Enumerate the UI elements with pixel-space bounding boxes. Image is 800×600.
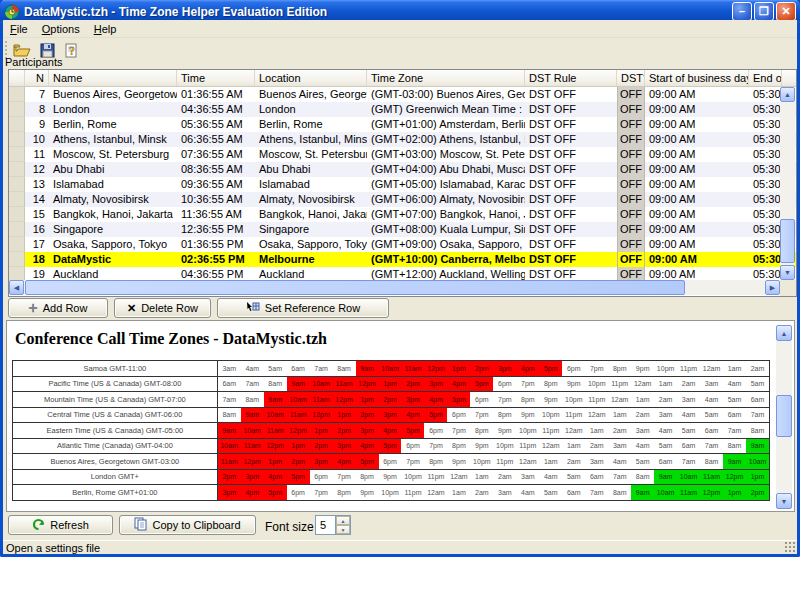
chart-hour-cell: 3am <box>516 470 539 485</box>
column-header-n[interactable]: N <box>25 70 49 86</box>
chart-hour-cell: 1am <box>562 439 585 454</box>
table-horizontal-scrollbar[interactable]: ◀ ▶ <box>9 280 780 296</box>
chart-hour-cell: 9am <box>356 361 379 376</box>
menu-item-options[interactable]: Options <box>35 21 87 37</box>
row-selector[interactable] <box>9 237 25 252</box>
column-header-start[interactable]: Start of business day <box>645 70 749 86</box>
table-row[interactable]: 16Singapore12:36:55 PMSingapore(GMT+08:0… <box>9 222 796 237</box>
x-icon: ✕ <box>127 302 136 315</box>
table-row[interactable]: 15Bangkok, Hanoi, Jakarta11:36:55 AMBang… <box>9 207 796 222</box>
cell-dst: OFF <box>617 237 645 252</box>
row-selector[interactable] <box>9 132 25 147</box>
column-header-dst[interactable]: DST? <box>617 70 645 86</box>
cell-location: Berlin, Rome <box>255 117 367 132</box>
resize-grip-icon[interactable] <box>784 541 796 553</box>
table-row[interactable]: 12Abu Dhabi08:36:55 AMAbu Dhabi(GMT+04:0… <box>9 162 796 177</box>
maximize-button[interactable]: ❐ <box>754 2 774 21</box>
chart-hour-cell: 6pm <box>424 423 447 438</box>
cell-time: 06:36:55 AM <box>177 132 255 147</box>
scroll-thumb[interactable] <box>25 280 685 295</box>
spin-up-icon[interactable]: ▲ <box>336 516 350 525</box>
row-selector[interactable] <box>9 177 25 192</box>
scroll-down-icon[interactable]: ▼ <box>776 493 792 509</box>
copy-to-clipboard-button[interactable]: Copy to Clipboard <box>119 515 256 535</box>
chart-hour-cell: 4am <box>241 361 264 376</box>
table-row[interactable]: 8London04:36:55 AMLondon(GMT) Greenwich … <box>9 102 796 117</box>
chart-hour-cell: 5am <box>677 423 700 438</box>
copy-to-clipboard-label: Copy to Clipboard <box>152 519 240 531</box>
chart-hour-cell: 1pm <box>723 485 746 500</box>
row-selector[interactable] <box>9 87 25 102</box>
menu-bar: FileOptionsHelp <box>3 20 797 38</box>
chart-hour-cell: 3pm <box>241 470 264 485</box>
cell-end: 05:30 <box>749 237 782 252</box>
chart-vertical-scrollbar[interactable]: ▲ ▼ <box>776 325 793 509</box>
chart-hour-cell: 4am <box>677 408 700 423</box>
cell-dst_rule: DST OFF <box>525 102 617 117</box>
chart-hour-cell: 7pm <box>470 408 493 423</box>
menu-item-file[interactable]: File <box>3 21 35 37</box>
chart-hour-cell: 1pm <box>746 470 769 485</box>
chart-hour-cell: 9pm <box>379 470 402 485</box>
font-size-value[interactable]: 5 <box>316 516 335 534</box>
scroll-up-icon[interactable]: ▲ <box>780 87 795 102</box>
column-header-name[interactable]: Name <box>49 70 177 86</box>
scroll-left-icon[interactable]: ◀ <box>9 280 24 295</box>
chart-hour-cell: 7pm <box>310 485 333 500</box>
row-selector[interactable] <box>9 102 25 117</box>
table-vertical-scrollbar[interactable]: ▲ ▼ <box>780 87 796 280</box>
menu-item-help[interactable]: Help <box>87 21 124 37</box>
cell-dst_rule: DST OFF <box>525 87 617 102</box>
refresh-button[interactable]: Refresh <box>8 515 113 535</box>
close-button[interactable]: ✕ <box>776 2 796 21</box>
scroll-down-icon[interactable]: ▼ <box>780 265 795 280</box>
chart-hour-cell: 9pm <box>447 454 470 469</box>
scroll-thumb[interactable] <box>780 219 795 263</box>
cell-n: 14 <box>25 192 49 207</box>
scroll-up-icon[interactable]: ▲ <box>776 325 792 341</box>
table-row[interactable]: 14Almaty, Novosibirsk10:36:55 AMAlmaty, … <box>9 192 796 207</box>
row-selector[interactable] <box>9 162 25 177</box>
chart-hour-cell: 6am <box>746 392 769 407</box>
row-selector[interactable] <box>9 207 25 222</box>
row-selector[interactable] <box>9 192 25 207</box>
font-size-stepper[interactable]: 5 ▲ ▼ <box>315 515 351 535</box>
cell-dst_rule: DST OFF <box>525 252 617 267</box>
scroll-thumb[interactable] <box>776 395 792 437</box>
chart-hour-cell: 1pm <box>310 423 333 438</box>
minimize-button[interactable]: – <box>732 2 752 21</box>
table-row[interactable]: 10Athens, Istanbul, Minsk06:36:55 AMAthe… <box>9 132 796 147</box>
table-row[interactable]: 7Buenos Aires, Georgetown01:36:55 AMBuen… <box>9 87 796 102</box>
chart-row-label: Berlin, Rome GMT+01:00 <box>13 485 218 500</box>
spin-down-icon[interactable]: ▼ <box>336 525 350 534</box>
column-header-end[interactable]: End of bu <box>749 70 782 86</box>
column-header-location[interactable]: Location <box>255 70 367 86</box>
row-selector[interactable] <box>9 252 25 267</box>
cell-location: Moscow, St. Petersburg <box>255 147 367 162</box>
column-header-dst_rule[interactable]: DST Rule <box>525 70 617 86</box>
column-header-time[interactable]: Time <box>177 70 255 86</box>
chart-row: Central Time (US & Canada) GMT-06:008am9… <box>12 407 770 424</box>
table-row[interactable]: 17Osaka, Sapporo, Tokyo01:36:55 PMOsaka,… <box>9 237 796 252</box>
set-reference-row-button[interactable]: Set Reference Row <box>217 298 389 318</box>
cell-time: 12:36:55 PM <box>177 222 255 237</box>
row-selector[interactable] <box>9 117 25 132</box>
add-row-button[interactable]: ✛ Add Row <box>8 298 108 318</box>
column-header-timezone[interactable]: Time Zone <box>367 70 525 86</box>
table-row[interactable]: 11Moscow, St. Petersburg07:36:55 AMMosco… <box>9 147 796 162</box>
row-selector[interactable] <box>9 222 25 237</box>
scroll-right-icon[interactable]: ▶ <box>765 280 780 295</box>
table-row[interactable]: 9Berlin, Rome05:36:55 AMBerlin, Rome(GMT… <box>9 117 796 132</box>
delete-row-button[interactable]: ✕ Delete Row <box>114 298 211 318</box>
cell-dst_rule: DST OFF <box>525 237 617 252</box>
table-row[interactable]: 18DataMystic02:36:55 PMMelbourne(GMT+10:… <box>9 252 796 267</box>
chart-hour-cell: 3am <box>218 361 241 376</box>
cell-dst_rule: DST OFF <box>525 162 617 177</box>
cell-timezone: (GMT) Greenwich Mean Time : Dubli... <box>367 102 525 117</box>
row-selector[interactable] <box>9 147 25 162</box>
help-icon[interactable]: ? <box>61 40 83 60</box>
chart-hour-cell: 8pm <box>333 485 356 500</box>
table-row[interactable]: 13Islamabad09:36:55 AMIslamabad(GMT+05:0… <box>9 177 796 192</box>
cell-dst: OFF <box>617 147 645 162</box>
chart-hour-cell: 11am <box>333 377 356 392</box>
